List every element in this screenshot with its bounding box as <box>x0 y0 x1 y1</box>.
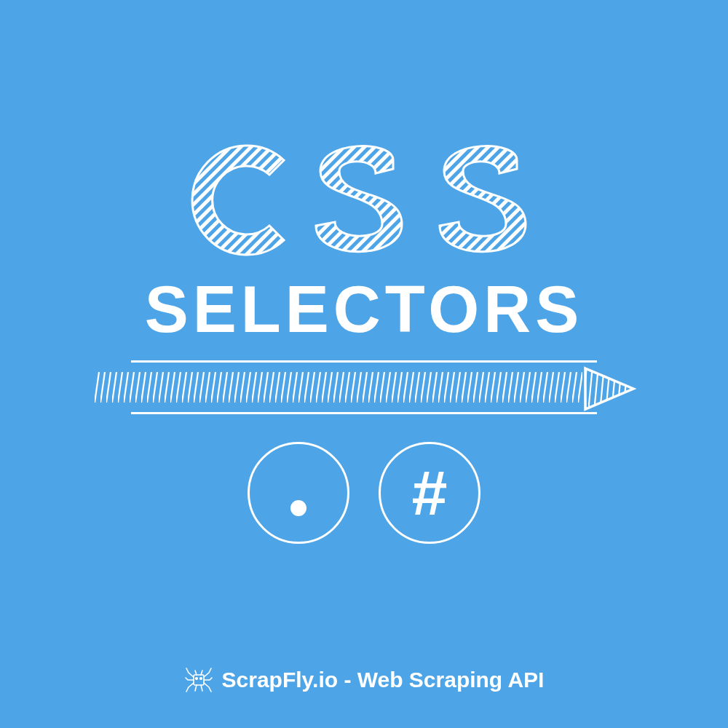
svg-point-6 <box>199 678 202 680</box>
arrow-graphic <box>95 360 633 414</box>
main-content: SELECTORS <box>0 131 728 544</box>
dot-icon <box>290 500 306 516</box>
svg-point-5 <box>195 678 197 680</box>
footer: ScrapFly.io - Web Scraping API <box>0 665 728 695</box>
arrow-head-icon <box>582 365 638 412</box>
svg-rect-4 <box>194 675 204 685</box>
footer-text: ScrapFly.io - Web Scraping API <box>222 668 545 692</box>
svg-rect-2 <box>95 372 582 403</box>
selector-symbols: # <box>248 442 480 544</box>
id-selector-circle: # <box>379 442 480 544</box>
class-selector-circle <box>248 442 349 544</box>
hash-icon: # <box>412 461 448 525</box>
spider-icon <box>184 665 213 695</box>
arrow-stripes <box>95 372 582 403</box>
arrow-shaft <box>95 368 633 406</box>
selectors-title: SELECTORS <box>145 272 583 347</box>
arrow-line-bottom <box>131 412 597 414</box>
css-title <box>182 131 546 269</box>
css-glyphs <box>182 131 546 269</box>
arrow-line-top <box>131 360 597 363</box>
